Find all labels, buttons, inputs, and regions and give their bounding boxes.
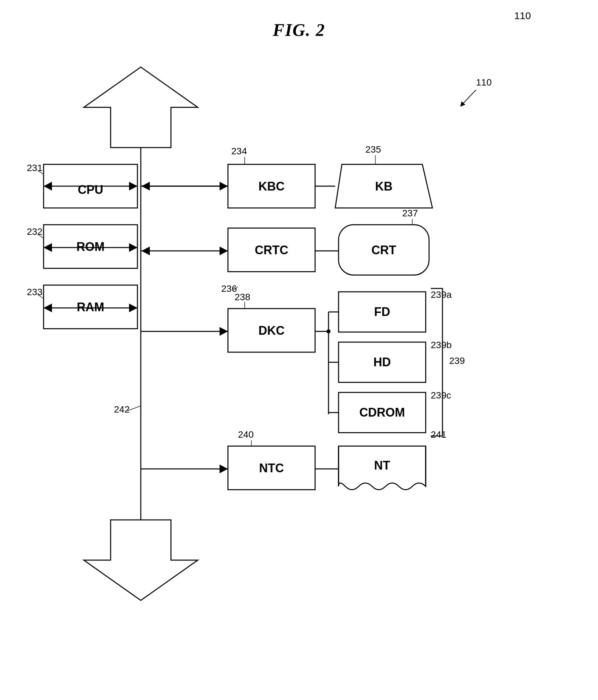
ram-label: RAM	[77, 300, 104, 314]
crt-label: CRT	[371, 243, 396, 257]
dkc-label: DKC	[258, 324, 285, 338]
svg-point-49	[327, 329, 331, 333]
svg-marker-25	[84, 67, 198, 148]
svg-marker-39	[141, 182, 150, 191]
svg-line-22	[463, 90, 476, 104]
ref-233: 233	[27, 287, 43, 297]
ref-231: 231	[27, 163, 43, 173]
ref-238: 238	[235, 292, 251, 302]
fd-label: FD	[374, 305, 390, 319]
ref-240: 240	[238, 429, 254, 440]
ref-235: 235	[365, 144, 381, 155]
svg-marker-54	[219, 465, 228, 473]
svg-marker-43	[141, 247, 150, 255]
ref-239a: 239a	[431, 290, 452, 300]
rom-label: ROM	[76, 240, 105, 254]
kb-label: KB	[375, 179, 392, 193]
ntc-label: NTC	[259, 461, 284, 475]
ref-242: 242	[114, 404, 130, 415]
svg-marker-42	[219, 247, 228, 255]
svg-marker-38	[219, 182, 228, 191]
ref-239b: 239b	[431, 340, 451, 350]
svg-marker-46	[219, 327, 228, 336]
cpu-label: CPU	[78, 183, 103, 197]
ref-110-text: 110	[476, 77, 492, 88]
ref-234: 234	[231, 146, 247, 156]
ref-241: 241	[431, 429, 446, 440]
ref-232: 232	[27, 226, 43, 237]
hd-label: HD	[373, 355, 391, 369]
kbc-label: KBC	[258, 179, 285, 193]
svg-marker-26	[84, 520, 198, 600]
ref-239c: 239c	[431, 390, 451, 400]
cdrom-label: CDROM	[359, 405, 405, 419]
ref-239: 239	[449, 355, 465, 366]
nt-label: NT	[374, 458, 390, 472]
ref-237: 237	[402, 208, 418, 218]
crtc-label: CRTC	[255, 243, 288, 257]
